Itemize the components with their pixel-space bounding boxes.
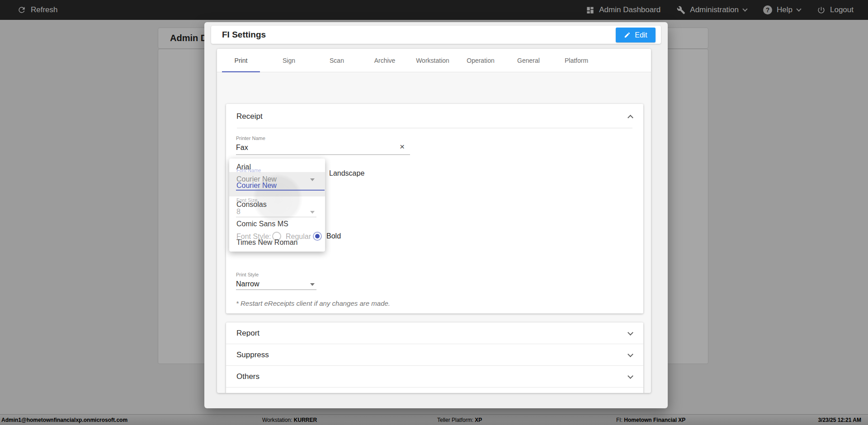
font-name-floating-label: Font Name	[236, 168, 261, 173]
chevron-down-icon	[627, 330, 633, 336]
field-underline	[236, 154, 410, 155]
tab-archive[interactable]: Archive	[361, 49, 409, 72]
option-comic-sans-ms[interactable]: Comic Sans MS	[236, 220, 288, 228]
radio-bold[interactable]	[313, 232, 322, 241]
tab-scan[interactable]: Scan	[313, 49, 361, 72]
edit-button-label: Edit	[635, 31, 647, 39]
dropdown-arrow-icon	[310, 211, 315, 214]
tab-bar: Print Sign Scan Archive Workstation Oper…	[217, 49, 651, 72]
tab-platform[interactable]: Platform	[552, 49, 600, 72]
screen: Refresh Admin Dashboard Administration ?…	[0, 0, 868, 425]
section-label: Others	[226, 372, 259, 381]
field-underline	[236, 290, 316, 290]
chevron-up-icon[interactable]	[627, 115, 633, 121]
option-times-new-roman[interactable]: Times New Roman	[236, 238, 297, 247]
dialog-title: FI Settings	[211, 30, 266, 40]
section-suppress[interactable]: Suppress	[226, 344, 643, 366]
tab-label: Print	[235, 57, 248, 64]
clear-printer-name-icon[interactable]: ×	[400, 142, 405, 152]
tab-label: Archive	[374, 57, 396, 64]
tab-label: Scan	[330, 57, 344, 64]
dialog-titlebar: FI Settings Edit	[211, 26, 661, 44]
printer-name-label: Printer Name	[236, 135, 265, 141]
settings-accordion: Report Suppress Others Host Specific	[226, 322, 643, 393]
pencil-icon	[624, 32, 631, 38]
print-style-select[interactable]: Narrow	[236, 280, 259, 288]
tab-label: Workstation	[416, 57, 449, 64]
tab-workstation[interactable]: Workstation	[409, 49, 457, 72]
font-size-value: 8	[236, 208, 241, 216]
radio-landscape-label: Landscape	[329, 169, 364, 177]
focused-field-underline	[236, 190, 325, 191]
field-underline	[236, 217, 316, 217]
edit-button[interactable]: Edit	[616, 28, 656, 42]
printer-name-input[interactable]: Fax	[236, 144, 248, 152]
divider	[237, 128, 632, 128]
tab-label: Sign	[283, 57, 295, 64]
section-report[interactable]: Report	[226, 322, 643, 344]
font-name-selected-value: Courier New	[236, 182, 277, 190]
option-consolas[interactable]: Consolas	[236, 201, 267, 209]
section-label: Suppress	[226, 350, 269, 360]
tab-sign[interactable]: Sign	[265, 49, 313, 72]
radio-bold-label: Bold	[326, 232, 341, 240]
tab-label: General	[517, 57, 540, 64]
restart-note: * Restart eReceipts client if any change…	[236, 299, 390, 307]
dropdown-arrow-icon	[310, 283, 315, 286]
section-host-specific[interactable]: Host Specific	[226, 388, 643, 393]
tab-operation[interactable]: Operation	[457, 49, 505, 72]
dropdown-arrow-icon	[310, 178, 315, 181]
tab-print[interactable]: Print	[217, 49, 265, 72]
section-label: Report	[226, 329, 259, 338]
receipt-panel-title: Receipt	[236, 112, 263, 121]
section-others[interactable]: Others	[226, 366, 643, 388]
print-style-label: Print Style	[236, 272, 259, 277]
font-name-dropdown-panel: Arial Font Name Courier New Courier New …	[229, 159, 325, 252]
tab-label: Platform	[565, 57, 588, 64]
chevron-down-icon	[627, 373, 633, 379]
chevron-down-icon	[627, 351, 633, 357]
tab-label: Operation	[467, 57, 494, 64]
tab-general[interactable]: General	[505, 49, 552, 72]
